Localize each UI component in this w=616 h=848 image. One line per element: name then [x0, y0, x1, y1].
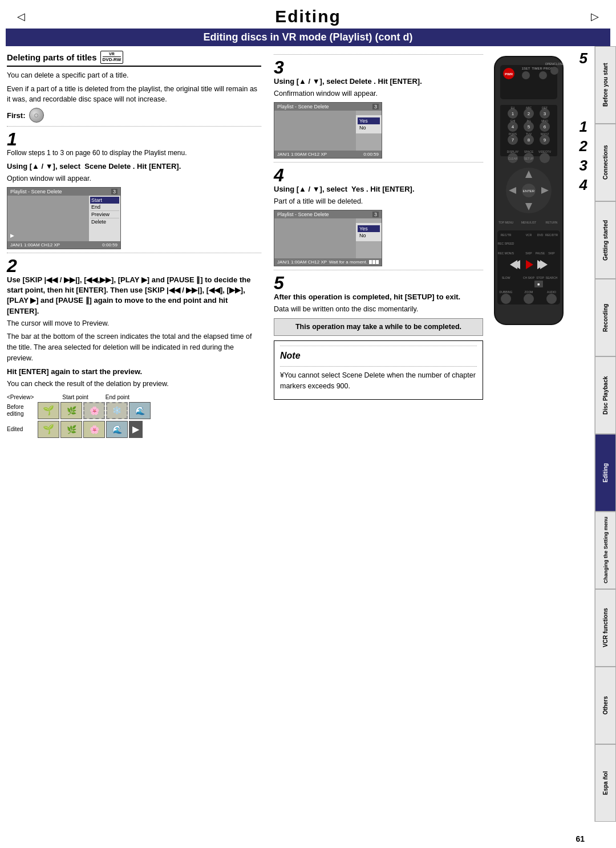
svg-text:DUBBING: DUBBING — [500, 290, 513, 294]
step-3-instruction: Using [▲ / ▼], select Delete . Hit [ENTE… — [274, 76, 483, 87]
warning-box: This operation may take a while to be co… — [274, 318, 483, 336]
remote-area: 5 1 2 3 4 — [489, 51, 589, 400]
step-2-sub-instruction: Hit [ENTER] again to start the preview. — [7, 367, 261, 377]
step-2-body-2: The bar at the bottom of the screen indi… — [7, 331, 261, 363]
svg-text:SKIP: SKIP — [548, 251, 555, 255]
step-3-body: Confirmation window will appear. — [274, 88, 483, 99]
step-4-instruction: Using [▲ / ▼], select Yes . Hit [ENTER]. — [274, 184, 483, 194]
sidebar-tab-recording[interactable]: Recording — [595, 279, 616, 356]
svg-text:ZOOM: ZOOM — [525, 290, 533, 294]
sidebar-tab-editing[interactable]: Editing — [595, 434, 616, 512]
svg-text:ABC: ABC — [526, 106, 532, 109]
svg-text:SETUP: SETUP — [524, 157, 534, 160]
svg-text:PAUSE: PAUSE — [536, 251, 545, 255]
step-2-body-1: The cursor will move to Preview. — [7, 318, 261, 329]
step-1-block: 1 Follow steps 1 to 3 on page 60 to disp… — [7, 130, 261, 158]
svg-text:OPEN/CLOSE: OPEN/CLOSE — [545, 62, 564, 66]
svg-text:GHI: GHI — [510, 119, 516, 123]
step-1-sub: Using [▲ / ▼], select Scene Delete . Hit… — [7, 161, 261, 249]
svg-text:DVD: DVD — [537, 233, 544, 237]
svg-text:REC/DTR: REC/DTR — [545, 233, 558, 237]
step-5-block: 5 After this operation is completed, hit… — [274, 274, 483, 315]
right-step-1: 1 — [579, 119, 587, 134]
svg-text:JKL: JKL — [526, 119, 532, 123]
svg-text:PQRS: PQRS — [509, 132, 517, 136]
step-2-instruction: Use [SKIP |◀◀ / ▶▶|], [◀◀,▶▶], [PLAY ▶] … — [7, 275, 261, 317]
svg-text:SKIP: SKIP — [525, 251, 532, 255]
svg-text:PWR: PWR — [505, 72, 513, 76]
svg-point-82 — [546, 294, 557, 304]
svg-text:8: 8 — [528, 137, 530, 143]
step-5-instruction: After this operation is completed, hit [… — [274, 292, 483, 302]
svg-text:CH SKIP: CH SKIP — [523, 276, 535, 279]
svg-text:WXYZ: WXYZ — [541, 132, 549, 136]
right-step-4: 4 — [579, 177, 587, 192]
svg-point-81 — [524, 294, 534, 304]
step-5-body: Data will be written onto the disc momen… — [274, 304, 483, 315]
subsection-heading: Deleting parts of titles VR DVD-RW — [7, 51, 261, 67]
right-step-2: 2 — [579, 139, 587, 153]
page-number: 61 — [576, 834, 585, 843]
note-box: Note ¥You cannot select Scene Delete whe… — [274, 340, 483, 400]
svg-text:VCR: VCR — [526, 233, 532, 237]
svg-text:EU: EU — [511, 106, 515, 109]
svg-text:DEF: DEF — [542, 106, 548, 109]
svg-point-6 — [522, 71, 530, 79]
remote-svg: PWR 1SET TIMER PROG. OPEN/CLOSE — [489, 54, 569, 327]
divider-4 — [274, 162, 483, 163]
svg-text:REC/TR: REC/TR — [501, 233, 512, 237]
svg-text:REC MON/S: REC MON/S — [498, 251, 514, 255]
svg-text:REC SPEED: REC SPEED — [498, 242, 514, 245]
sidebar-tab-changing-settings[interactable]: Changing the Setting menu — [595, 512, 616, 589]
section-subtitle: Editing discs in VR mode (Playlist) (con… — [6, 29, 610, 46]
svg-text:ENTER: ENTER — [523, 189, 535, 193]
svg-point-7 — [539, 71, 547, 79]
sidebar-tab-others[interactable]: Others — [595, 667, 616, 744]
step-1-body: Option window will appear. — [7, 173, 261, 184]
svg-text:RETURN: RETURN — [546, 221, 558, 224]
svg-text:AUDIO: AUDIO — [547, 290, 556, 294]
right-step-3: 3 — [579, 158, 587, 173]
screen-3: Playlist - Scene Delete 3 Yes No — [274, 102, 382, 159]
svg-text:SLOW: SLOW — [502, 276, 510, 279]
screen-1: Playlist - Scene Delete 3 ▶ Start End Pr… — [7, 187, 121, 249]
divider-3 — [274, 54, 483, 55]
sidebar-tab-getting-started[interactable]: Getting started — [595, 201, 616, 279]
first-label: First: — [7, 108, 261, 123]
preview-section: <Preview> Start point End point Before e… — [7, 394, 261, 438]
svg-text:4: 4 — [512, 124, 514, 129]
divider-1 — [7, 126, 261, 127]
svg-text:TUV: TUV — [526, 132, 532, 136]
step-1-text: Follow steps 1 to 3 on page 60 to displa… — [7, 148, 261, 158]
divider-2 — [7, 253, 261, 253]
svg-text:MNO: MNO — [541, 119, 548, 123]
svg-point-80 — [501, 294, 511, 304]
sidebar-tab-espanol[interactable]: Espa ñol — [595, 744, 616, 822]
svg-text:1: 1 — [512, 111, 514, 116]
step-1-instruction: Using [▲ / ▼], select Scene Delete . Hit… — [7, 161, 261, 172]
svg-text:6: 6 — [544, 124, 546, 129]
step-4-body: Part of a title will be deleted. — [274, 196, 483, 207]
step-3-block: 3 Using [▲ / ▼], select Delete . Hit [EN… — [274, 58, 483, 159]
sidebar-tab-before-start[interactable]: Before you start — [595, 46, 616, 124]
step-4-block: 4 Using [▲ / ▼], select Yes . Hit [ENTER… — [274, 166, 483, 266]
svg-text:7: 7 — [512, 137, 514, 143]
svg-text:■: ■ — [537, 282, 540, 286]
svg-point-43 — [540, 153, 550, 163]
screen-4: Playlist - Scene Delete 3 Yes No — [274, 210, 382, 266]
sidebar-tab-vcr-functions[interactable]: VCR functions — [595, 589, 616, 667]
sidebar-tabs: Before you start Connections Getting sta… — [594, 46, 616, 822]
svg-text:SEARCH: SEARCH — [546, 276, 558, 279]
sidebar-tab-connections[interactable]: Connections — [595, 124, 616, 201]
intro-text-1: You can delete a specific part of a titl… — [7, 70, 261, 81]
svg-text:9: 9 — [544, 137, 546, 143]
svg-text:3: 3 — [544, 111, 546, 116]
right-step-5: 5 — [579, 51, 587, 66]
page-title: Editing — [34, 7, 582, 26]
svg-text:MENU/LIST: MENU/LIST — [521, 221, 537, 224]
svg-text:5: 5 — [528, 124, 530, 129]
note-text: ¥You cannot select Scene Delete when the… — [280, 370, 477, 392]
divider-5 — [274, 270, 483, 270]
svg-point-9 — [550, 67, 558, 75]
sidebar-tab-disc-playback[interactable]: Disc Playback — [595, 356, 616, 434]
